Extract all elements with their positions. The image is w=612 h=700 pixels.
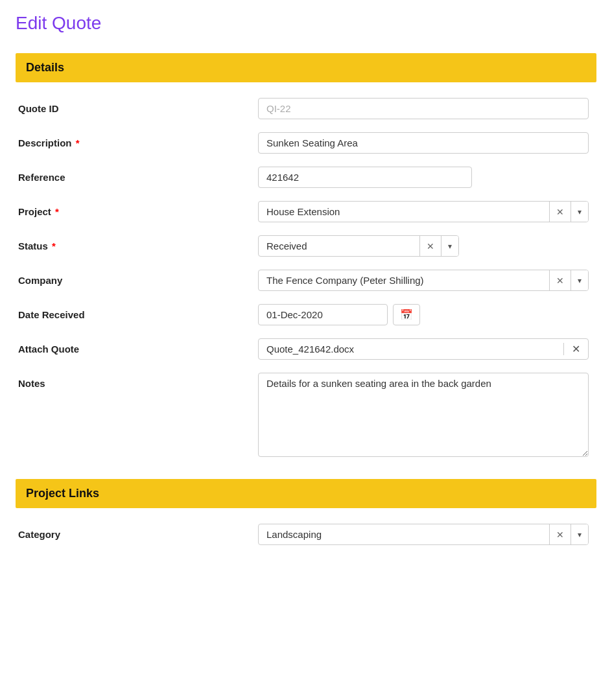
company-chevron-icon: ▾	[578, 276, 582, 285]
project-label: Project *	[18, 201, 258, 217]
status-row: Status * Received ✕ ▾	[16, 235, 596, 257]
attach-quote-row: Attach Quote Quote_421642.docx ✕	[16, 338, 596, 360]
project-dropdown-button[interactable]: ▾	[571, 202, 588, 222]
project-links-section-header: Project Links	[16, 479, 596, 508]
quote-id-row: Quote ID	[16, 98, 596, 119]
date-received-label: Date Received	[18, 304, 258, 320]
description-control	[258, 132, 589, 154]
file-attach-wrapper: Quote_421642.docx ✕	[258, 338, 589, 360]
category-select-wrapper: Landscaping ✕ ▾	[258, 524, 589, 545]
description-input[interactable]	[258, 132, 589, 154]
category-clear-button[interactable]: ✕	[549, 524, 571, 544]
status-select-wrapper: Received ✕ ▾	[258, 235, 459, 257]
file-clear-button[interactable]: ✕	[563, 343, 588, 355]
company-clear-icon: ✕	[556, 275, 564, 286]
category-select-value: Landscaping	[259, 524, 549, 544]
category-dropdown-button[interactable]: ▾	[571, 524, 588, 544]
reference-input[interactable]	[258, 167, 472, 188]
notes-textarea[interactable]: Details for a sunken seating area in the…	[258, 373, 589, 457]
status-label: Status *	[18, 235, 258, 251]
category-chevron-icon: ▾	[578, 530, 582, 539]
notes-row: Notes Details for a sunken seating area …	[16, 373, 596, 460]
category-label: Category	[18, 524, 258, 540]
status-select-value: Received	[259, 236, 419, 256]
reference-label: Reference	[18, 167, 258, 183]
description-row: Description *	[16, 132, 596, 154]
project-required: *	[55, 206, 59, 217]
description-required: *	[76, 137, 80, 148]
project-clear-button[interactable]: ✕	[549, 202, 571, 222]
project-row: Project * House Extension ✕ ▾	[16, 201, 596, 222]
company-row: Company The Fence Company (Peter Shillin…	[16, 270, 596, 291]
details-section-header: Details	[16, 53, 596, 82]
status-chevron-icon: ▾	[448, 242, 452, 251]
category-row: Category Landscaping ✕ ▾	[16, 524, 596, 545]
calendar-icon: 📅	[400, 309, 413, 320]
project-chevron-icon: ▾	[578, 207, 582, 216]
attach-quote-control: Quote_421642.docx ✕	[258, 338, 589, 360]
quote-id-label: Quote ID	[18, 98, 258, 114]
reference-row: Reference	[16, 167, 596, 188]
company-dropdown-button[interactable]: ▾	[571, 270, 588, 290]
date-received-wrapper: 📅	[258, 304, 589, 325]
project-select-value: House Extension	[259, 202, 549, 222]
status-clear-icon: ✕	[427, 241, 434, 251]
project-links-section-title: Project Links	[26, 487, 586, 500]
notes-control: Details for a sunken seating area in the…	[258, 373, 589, 460]
status-dropdown-button[interactable]: ▾	[441, 236, 458, 256]
date-received-row: Date Received 📅	[16, 304, 596, 325]
company-clear-button[interactable]: ✕	[549, 270, 571, 290]
category-control: Landscaping ✕ ▾	[258, 524, 589, 545]
quote-id-control	[258, 98, 589, 119]
notes-label: Notes	[18, 373, 258, 389]
attach-quote-label: Attach Quote	[18, 338, 258, 355]
project-control: House Extension ✕ ▾	[258, 201, 589, 222]
project-clear-icon: ✕	[556, 207, 564, 217]
status-control: Received ✕ ▾	[258, 235, 589, 257]
file-clear-icon: ✕	[572, 343, 580, 355]
reference-control	[258, 167, 589, 188]
category-clear-icon: ✕	[556, 530, 564, 540]
quote-id-input[interactable]	[258, 98, 589, 119]
company-select-value: The Fence Company (Peter Shilling)	[259, 270, 549, 290]
description-label: Description *	[18, 132, 258, 148]
company-label: Company	[18, 270, 258, 286]
project-select-wrapper: House Extension ✕ ▾	[258, 201, 589, 222]
details-section-title: Details	[26, 61, 586, 75]
calendar-button[interactable]: 📅	[393, 304, 420, 325]
company-select-wrapper: The Fence Company (Peter Shilling) ✕ ▾	[258, 270, 589, 291]
status-required: *	[52, 240, 56, 251]
status-clear-button[interactable]: ✕	[419, 236, 441, 256]
file-attach-name: Quote_421642.docx	[259, 339, 563, 359]
company-control: The Fence Company (Peter Shilling) ✕ ▾	[258, 270, 589, 291]
date-received-control: 📅	[258, 304, 589, 325]
date-received-input[interactable]	[258, 304, 388, 325]
page-title: Edit Quote	[16, 13, 596, 34]
